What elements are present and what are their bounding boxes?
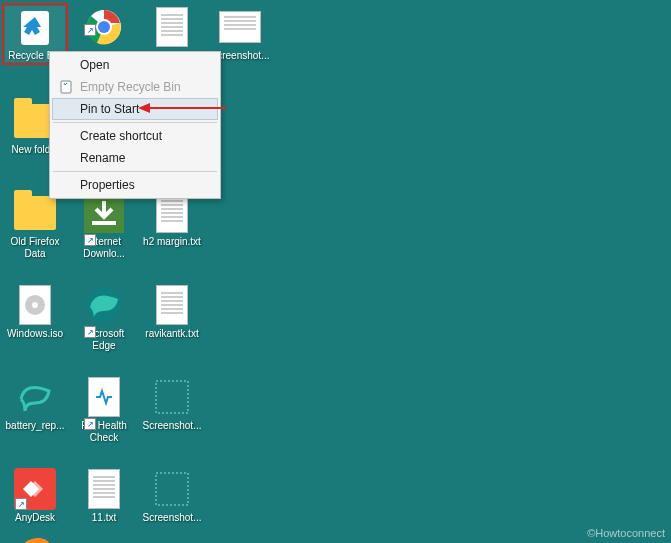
menu-item-label: Properties [80,178,135,192]
icon-label: AnyDesk [15,512,55,524]
svg-rect-14 [61,81,71,93]
context-menu: OpenEmpty Recycle BinPin to StartCreate … [49,51,221,199]
svg-point-4 [98,21,110,33]
menu-item-empty: Empty Recycle Bin [52,76,218,98]
desktop-icon-eleven-txt[interactable]: 11.txt [74,468,134,524]
menu-item-label: Pin to Start [80,102,139,116]
menu-separator [53,171,217,172]
icon-label: battery_rep... [6,420,65,432]
desktop-icon-firefox[interactable]: ↗ [5,532,65,543]
menu-item-properties[interactable]: Properties [52,174,218,196]
shortcut-arrow-icon: ↗ [15,498,27,510]
icon-label: Windows.iso [7,328,63,340]
pc-health-icon [83,376,125,418]
ravikantk-icon [151,284,193,326]
icon-label: PC Health Check [74,420,134,444]
menu-item-open[interactable]: Open [52,54,218,76]
svg-rect-10 [156,381,188,413]
screenshot1-icon [219,6,261,48]
menu-item-label: Empty Recycle Bin [80,80,181,94]
icon-label: h2 margin.txt [143,236,201,248]
menu-item-label: Open [80,58,109,72]
menu-separator [53,122,217,123]
svg-rect-12 [156,473,188,505]
icon-label: Internet Downlo... [74,236,134,260]
recycle-bin-mini-icon [58,79,74,95]
recycle-bin-icon [14,6,56,48]
desktop-icon-internet-download[interactable]: ↗Internet Downlo... [74,192,134,260]
desktop-icon-windows-iso[interactable]: Windows.iso [5,284,65,340]
icon-label: Screenshot... [143,420,202,432]
desktop-icon-battery-rep[interactable]: battery_rep... [5,376,65,432]
menu-item-pin[interactable]: Pin to Start [52,98,218,120]
text1-icon [151,6,193,48]
icon-label: Old Firefox Data [5,236,65,260]
icon-label: Microsoft Edge [74,328,134,352]
desktop-icon-old-firefox[interactable]: Old Firefox Data [5,192,65,260]
svg-point-8 [32,302,38,308]
shortcut-arrow-icon: ↗ [84,234,96,246]
shortcut-arrow-icon: ↗ [84,418,96,430]
desktop-icon-anydesk[interactable]: ↗AnyDesk [5,468,65,524]
desktop-icon-ms-edge[interactable]: ↗Microsoft Edge [74,284,134,352]
shortcut-arrow-icon: ↗ [84,326,96,338]
menu-item-label: Create shortcut [80,129,162,143]
desktop-icon-screenshot3[interactable]: Screenshot... [142,468,202,524]
menu-item-shortcut[interactable]: Create shortcut [52,125,218,147]
desktop-icon-text1[interactable] [142,6,202,50]
screenshot2-icon [151,376,193,418]
desktop-icon-ravikantk[interactable]: ravikantk.txt [142,284,202,340]
icon-label: Screenshot... [143,512,202,524]
shortcut-arrow-icon: ↗ [84,24,96,36]
watermark: ©Howtoconnect [587,527,665,539]
screenshot3-icon [151,468,193,510]
desktop-icon-pc-health[interactable]: ↗PC Health Check [74,376,134,444]
desktop-icon-chrome[interactable]: ↗ [74,6,134,50]
menu-item-rename[interactable]: Rename [52,147,218,169]
eleven-txt-icon [83,468,125,510]
battery-rep-icon [14,376,56,418]
windows-iso-icon [14,284,56,326]
icon-label: 11.txt [92,512,116,524]
icon-label: ravikantk.txt [145,328,198,340]
desktop-icon-h2margin[interactable]: h2 margin.txt [142,192,202,248]
svg-rect-6 [92,221,116,225]
ms-edge-icon [83,284,125,326]
firefox-icon [14,532,56,543]
menu-item-label: Rename [80,151,125,165]
desktop-icon-screenshot2[interactable]: Screenshot... [142,376,202,432]
